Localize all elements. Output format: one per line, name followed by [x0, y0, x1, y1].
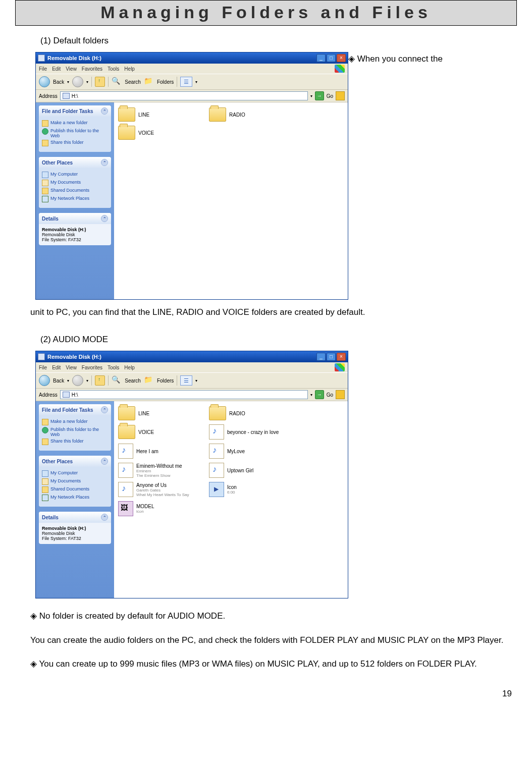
- forward-dropdown-icon[interactable]: ▾: [86, 378, 88, 383]
- address-dropdown-icon[interactable]: ▾: [310, 94, 312, 98]
- menu-view[interactable]: View: [66, 66, 77, 72]
- maximize-button[interactable]: □: [327, 54, 336, 62]
- place-my-computer[interactable]: My Computer: [42, 470, 108, 477]
- file-beyonce[interactable]: beyonce - crazy in love: [209, 424, 300, 440]
- para-2b: You can create the audio folders on the …: [30, 631, 517, 649]
- task-share[interactable]: Share this folder: [42, 140, 108, 146]
- folder-voice[interactable]: VOICE: [118, 424, 209, 440]
- menu-file[interactable]: File: [39, 365, 47, 370]
- folder-icon: [209, 107, 226, 122]
- menu-tools[interactable]: Tools: [108, 66, 119, 72]
- folder-voice[interactable]: VOICE: [118, 126, 209, 140]
- menu-help[interactable]: Help: [124, 66, 135, 72]
- menu-edit[interactable]: Edit: [52, 66, 61, 72]
- folder-line[interactable]: LINE: [118, 406, 209, 420]
- collapse-icon[interactable]: ⌃: [101, 406, 108, 413]
- views-dropdown-icon[interactable]: ▾: [195, 378, 197, 383]
- back-dropdown-icon[interactable]: ▾: [67, 378, 69, 383]
- folder-content: LINE RADIO VOICE: [114, 102, 348, 299]
- section-1-heading: (1) Default folders: [40, 36, 517, 46]
- place-my-network[interactable]: My Network Places: [42, 196, 108, 202]
- up-button[interactable]: [95, 375, 105, 386]
- back-button[interactable]: [39, 375, 50, 386]
- file-here-i-am[interactable]: Here I am: [118, 444, 209, 459]
- collapse-icon[interactable]: ⌃: [101, 458, 108, 465]
- forward-button[interactable]: [72, 76, 83, 87]
- folder-icon: [118, 425, 135, 439]
- folders-label: Folders: [157, 378, 174, 384]
- file-mylove[interactable]: MyLove: [209, 444, 300, 459]
- search-icon[interactable]: [112, 77, 122, 87]
- place-my-computer[interactable]: My Computer: [42, 172, 108, 178]
- norton-icon[interactable]: [336, 390, 345, 399]
- folder-radio[interactable]: RADIO: [209, 406, 300, 420]
- close-button[interactable]: ×: [337, 54, 346, 62]
- file-model[interactable]: MODELicon: [118, 501, 209, 516]
- place-my-documents[interactable]: My Documents: [42, 478, 108, 485]
- tasks-panel: File and Folder Tasks ⌃ Make a new folde…: [39, 404, 111, 451]
- search-icon[interactable]: [112, 375, 122, 386]
- file-anyone[interactable]: Anyone of UsGareth GatesWhat My Heart Wa…: [118, 482, 209, 497]
- close-button[interactable]: ×: [337, 353, 346, 361]
- address-dropdown-icon[interactable]: ▾: [310, 393, 312, 397]
- menu-edit[interactable]: Edit: [52, 365, 61, 370]
- address-input[interactable]: H:\: [60, 91, 308, 100]
- go-button[interactable]: →: [315, 91, 324, 100]
- back-dropdown-icon[interactable]: ▾: [67, 80, 69, 84]
- place-shared-documents[interactable]: Shared Documents: [42, 486, 108, 493]
- toolbar-separator: [177, 375, 177, 386]
- folder-radio[interactable]: RADIO: [209, 107, 300, 122]
- search-label: Search: [125, 378, 141, 384]
- go-button[interactable]: →: [315, 390, 324, 399]
- go-label: Go: [327, 392, 333, 398]
- collapse-icon[interactable]: ⌃: [101, 215, 108, 222]
- places-panel: Other Places ⌃ My Computer My Documents …: [39, 456, 111, 507]
- drive-icon: [63, 392, 70, 398]
- forward-dropdown-icon[interactable]: ▾: [86, 80, 88, 84]
- address-input[interactable]: H:\: [60, 390, 308, 399]
- maximize-button[interactable]: □: [327, 353, 336, 361]
- drive-icon: [38, 353, 45, 360]
- menu-bar: File Edit View Favorites Tools Help: [36, 64, 348, 74]
- search-label: Search: [125, 79, 141, 85]
- menu-file[interactable]: File: [39, 66, 47, 72]
- collapse-icon[interactable]: ⌃: [101, 107, 108, 115]
- window-title: Removable Disk (H:): [47, 55, 316, 61]
- place-my-network[interactable]: My Network Places: [42, 495, 108, 501]
- collapse-icon[interactable]: ⌃: [101, 159, 108, 166]
- views-dropdown-icon[interactable]: ▾: [195, 80, 197, 84]
- back-button[interactable]: [39, 76, 50, 87]
- views-button[interactable]: [180, 375, 192, 386]
- up-button[interactable]: [95, 77, 105, 87]
- para-2a: ◈ No folder is created by default for AU…: [30, 607, 517, 625]
- minimize-button[interactable]: _: [316, 353, 326, 361]
- folders-icon[interactable]: [144, 375, 154, 386]
- file-uptown[interactable]: Uptown Girl: [209, 463, 300, 478]
- task-publish[interactable]: Publish this folder to the Web: [42, 128, 108, 138]
- menu-favorites[interactable]: Favorites: [82, 66, 102, 72]
- task-new-folder[interactable]: Make a new folder: [42, 120, 108, 127]
- menu-help[interactable]: Help: [124, 365, 135, 370]
- publish-icon: [42, 128, 48, 135]
- norton-icon[interactable]: [336, 91, 345, 100]
- file-eminem[interactable]: Eminem-Without meEminemThe Eminem Show: [118, 463, 209, 478]
- views-button[interactable]: [180, 77, 192, 87]
- details-header: Details: [42, 515, 59, 520]
- menu-favorites[interactable]: Favorites: [82, 365, 102, 370]
- place-shared-documents[interactable]: Shared Documents: [42, 188, 108, 194]
- place-my-documents[interactable]: My Documents: [42, 180, 108, 186]
- file-icon[interactable]: Icon6:00: [209, 482, 300, 497]
- video-file-icon: [209, 482, 224, 497]
- task-share[interactable]: Share this folder: [42, 439, 108, 445]
- minimize-button[interactable]: _: [316, 54, 326, 62]
- toolbar-separator: [177, 77, 177, 87]
- menu-view[interactable]: View: [66, 365, 77, 370]
- task-new-folder[interactable]: Make a new folder: [42, 419, 108, 425]
- folders-icon[interactable]: [144, 77, 154, 87]
- forward-button[interactable]: [72, 375, 83, 386]
- tasks-header: File and Folder Tasks: [42, 108, 93, 114]
- menu-tools[interactable]: Tools: [108, 365, 119, 370]
- folder-line[interactable]: LINE: [118, 107, 209, 122]
- task-publish[interactable]: Publish this folder to the Web: [42, 427, 108, 437]
- collapse-icon[interactable]: ⌃: [101, 514, 108, 521]
